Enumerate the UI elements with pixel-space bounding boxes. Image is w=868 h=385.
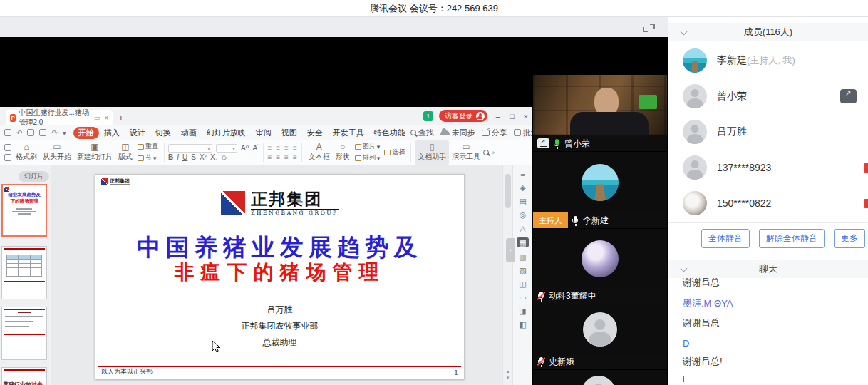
new-slide-button[interactable]: ▣ 新建幻灯片 (74, 140, 115, 165)
font-decrease-button[interactable]: Aˇ (252, 145, 259, 152)
cloud-sync-button[interactable]: 未同步 (440, 128, 475, 138)
slide-thumbnail-1[interactable]: 猪业发展趋势及 下的猪场管理 (1, 184, 47, 237)
panel-style-icon[interactable]: ◈ (520, 183, 525, 192)
arrange-button[interactable]: 排列 ▾ (355, 153, 381, 163)
fullscreen-icon[interactable] (643, 24, 655, 32)
slide-canvas[interactable]: 正邦集团 正邦集团 ZHENGBANG GROUP 中国养猪业发展趋势及 非瘟下… (51, 165, 502, 385)
preview-icon[interactable] (39, 129, 46, 136)
slides-panel-tab[interactable]: 幻灯片 (19, 171, 49, 182)
shapes-button[interactable]: ○ 形状 (333, 140, 353, 165)
share-button[interactable]: 分享 (482, 128, 507, 138)
panel-color-icon[interactable]: ◎ (520, 210, 527, 219)
previous-slide-icon[interactable]: ▴ (503, 368, 512, 374)
window-minimize-icon[interactable]: – (496, 112, 500, 120)
menu-design[interactable]: 设计 (125, 127, 150, 139)
format-painter-button[interactable]: ⌂ 格式刷 (13, 140, 40, 165)
collaborator-count-badge[interactable]: 1 (423, 111, 433, 121)
font-name-select[interactable]: ▾ (168, 144, 212, 153)
numbering-icon[interactable]: ≡ (284, 153, 289, 161)
justify-icon[interactable]: ≡ (267, 153, 272, 161)
section-button[interactable]: 节 ▾ (138, 153, 158, 163)
menu-insert[interactable]: 插入 (99, 127, 125, 139)
document-tab[interactable]: P 中国生猪行业发...猪场管理2.0 ▭ × (6, 110, 113, 125)
bullets-icon[interactable]: ≡ (276, 153, 281, 161)
save-icon[interactable] (4, 129, 11, 136)
mic-icon[interactable] (572, 215, 579, 226)
textbox-button[interactable]: A 文本框 (306, 140, 333, 165)
line-spacing-icon[interactable]: ≡ (293, 144, 298, 152)
slide-thumbnail-3[interactable] (1, 307, 47, 360)
picture-button[interactable]: 图片 ▾ (355, 142, 381, 151)
video-tile-lixinjian[interactable]: 主持人 李新建 (533, 152, 667, 228)
panel-menu-icon[interactable]: ≡ (520, 170, 525, 178)
menu-animation[interactable]: 动画 (176, 127, 202, 139)
align-left-icon[interactable]: ≡ (267, 144, 272, 152)
mute-all-button[interactable]: 全体静音 (701, 229, 750, 248)
menu-slideshow[interactable]: 幻灯片放映 (202, 127, 251, 139)
bold-button[interactable]: B (168, 154, 173, 161)
layout-button[interactable]: ◫ 版式 (115, 140, 135, 165)
video-tile-partial[interactable] (533, 370, 667, 385)
next-slide-icon[interactable]: ▾ (503, 374, 512, 381)
subscript-button[interactable]: X₂ (210, 154, 218, 161)
menu-review[interactable]: 审阅 (251, 127, 277, 139)
member-row[interactable]: 137****8923 (668, 150, 868, 185)
menu-transition[interactable]: 切换 (150, 127, 176, 139)
member-row[interactable]: 150****0822 (668, 185, 868, 221)
italic-button[interactable]: I (177, 154, 179, 161)
tab-pin-icon[interactable]: ▭ (94, 114, 100, 121)
panel-animation-icon[interactable]: △ (520, 224, 525, 232)
underline-button[interactable]: U (182, 154, 187, 161)
print-icon[interactable] (27, 129, 34, 136)
menu-view[interactable]: 视图 (277, 127, 302, 139)
panel-table-icon[interactable]: ▦ (517, 237, 528, 247)
strikethrough-button[interactable]: S (191, 154, 196, 161)
current-slide[interactable]: 正邦集团 正邦集团 ZHENGBANG GROUP 中国养猪业发展趋势及 非瘟下… (95, 174, 465, 379)
mic-on-icon[interactable] (553, 138, 561, 149)
slide-thumbnail-2[interactable] (1, 246, 47, 299)
panel-media-icon[interactable]: ◧ (519, 320, 526, 329)
window-close-icon[interactable]: × (524, 112, 528, 120)
panel-image-icon[interactable]: ▭ (519, 293, 526, 302)
window-maximize-icon[interactable]: □ (510, 112, 515, 120)
member-row[interactable]: 李新建 (主持人, 我) (668, 43, 868, 78)
comment-button[interactable]: 批注 (514, 128, 532, 138)
align-center-icon[interactable]: ≡ (276, 144, 281, 152)
tab-close-icon[interactable]: × (104, 114, 108, 122)
video-tile-zengxiaorong[interactable]: 曾小荣 (533, 75, 667, 151)
menu-devtools[interactable]: 开发工具 (328, 127, 369, 139)
quickbar-more-icon[interactable]: ▾ (63, 129, 66, 137)
reset-button[interactable]: 重置 (138, 142, 158, 151)
select-button[interactable]: 选择 (384, 148, 405, 157)
canvas-scrollbar[interactable]: ▴ ▾ (502, 165, 512, 385)
font-increase-button[interactable]: A^ (241, 145, 249, 152)
ribbon-search-icon[interactable] (483, 150, 489, 155)
undo-icon[interactable]: ↶ (16, 129, 22, 137)
mic-muted-icon[interactable] (537, 356, 545, 367)
ribbon-overflow-icon[interactable]: » (491, 149, 495, 156)
play-from-start-button[interactable]: ▭ 从头开始 (40, 140, 74, 165)
panel-chart-icon[interactable]: ▧ (519, 266, 526, 274)
guest-login-button[interactable]: 访客登录 (439, 110, 487, 122)
new-tab-button[interactable]: + (118, 113, 124, 123)
align-right-icon[interactable]: ≡ (284, 144, 289, 152)
member-sharing-icon[interactable] (840, 89, 857, 103)
member-row[interactable]: 吕万胜 (668, 114, 868, 150)
menu-security[interactable]: 安全 (302, 127, 328, 139)
menu-home[interactable]: 开始 (73, 127, 99, 139)
paste-button[interactable] (3, 144, 13, 161)
member-row[interactable]: 曾小荣 (668, 78, 868, 114)
find-button[interactable]: 查找 (410, 128, 434, 138)
panel-grid-icon[interactable]: ▥ (519, 252, 526, 261)
video-tile-dongyaozhong[interactable]: 动科3董耀中 (533, 229, 667, 304)
superscript-button[interactable]: X² (200, 154, 207, 161)
redo-icon[interactable]: ↷ (51, 129, 57, 137)
highlight-color-button[interactable]: ◇ (221, 154, 227, 161)
mic-muted-icon[interactable] (537, 291, 545, 302)
slide-thumbnail-4[interactable]: 养猪行业的过去 (1, 367, 47, 385)
more-button[interactable]: 更多 (834, 229, 865, 248)
chat-message-list[interactable]: 谢谢吕总 墨涯.M ΘYA 谢谢吕总 D 谢谢吕总! (668, 278, 868, 384)
taskpane-collapse-handle[interactable]: › (506, 238, 515, 262)
video-tile-shixine[interactable]: 史新娥 (533, 304, 667, 369)
panel-layout-icon[interactable]: ▤ (519, 197, 526, 205)
